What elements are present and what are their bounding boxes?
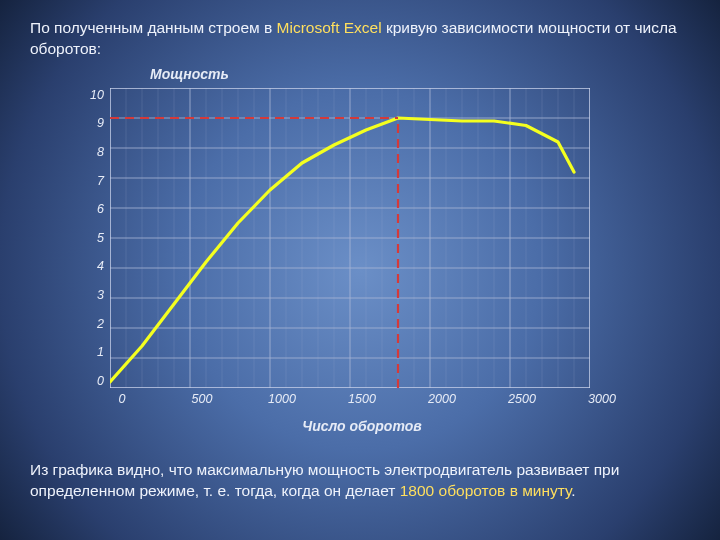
intro-text: По полученным данным строем в Microsoft … <box>30 18 690 60</box>
outro-post: . <box>571 482 575 499</box>
y-axis-ticks: 109876543210 <box>90 88 110 388</box>
intro-pre: По полученным данным строем в <box>30 19 277 36</box>
x-axis-title: Число оборотов <box>122 418 602 434</box>
outro-text: Из графика видно, что максимальную мощно… <box>30 460 690 502</box>
outro-highlight: 1800 оборотов в минуту <box>400 482 572 499</box>
x-axis-ticks: 050010001500200025003000 <box>122 388 602 408</box>
intro-excel: Microsoft Excel <box>277 19 382 36</box>
plot-area <box>110 88 590 388</box>
chart: Мощность 109876543210 050010001500200025… <box>90 66 650 434</box>
y-axis-title: Мощность <box>150 66 650 82</box>
